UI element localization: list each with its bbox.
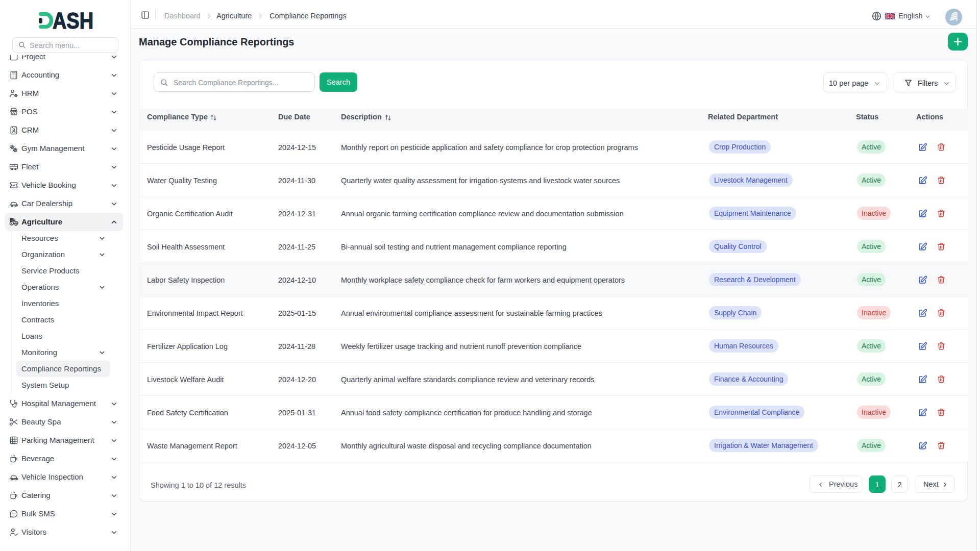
svg-text:ASH: ASH <box>53 11 93 30</box>
